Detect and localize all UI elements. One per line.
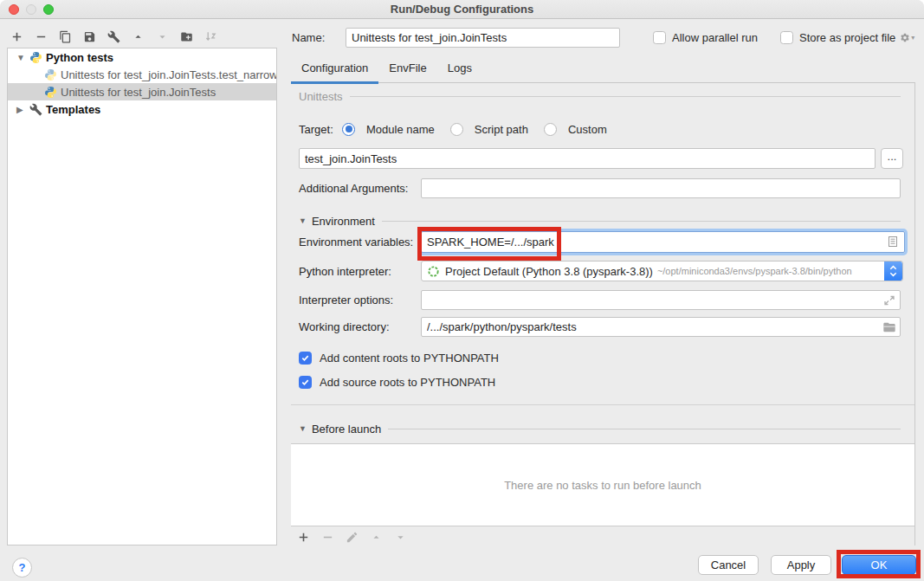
tree-item-label: Unittests for test_join.JoinTests	[61, 86, 216, 99]
sort-configurations-icon	[204, 30, 217, 43]
edit-task-icon	[346, 531, 359, 544]
unittests-group-title: Unittests	[299, 90, 343, 103]
create-new-folder-icon[interactable]	[180, 30, 193, 43]
python-tests-icon	[29, 51, 42, 64]
ok-button[interactable]: OK	[842, 555, 916, 575]
run-debug-configurations-dialog: Run/Debug Configurations ▼ Python tests	[0, 0, 924, 581]
python-interpreter-row: Python interpreter: Project Default (Pyt…	[299, 261, 903, 281]
radio-label: Module name	[366, 123, 435, 136]
tree-item-templates[interactable]: ▶ Templates	[8, 100, 276, 118]
environment-variables-input[interactable]	[421, 231, 905, 253]
allow-parallel-run-checkbox[interactable]: Allow parallel run	[653, 31, 758, 44]
tree-item-label: Templates	[46, 103, 100, 116]
checkbox-checked-icon	[299, 352, 312, 365]
add-task-icon[interactable]	[297, 531, 310, 544]
environment-section-title: Environment	[312, 215, 375, 228]
environment-variables-row: Environment variables:	[299, 230, 905, 254]
cancel-button[interactable]: Cancel	[698, 555, 759, 575]
configuration-panel: Unittests Target: Module name Script pat…	[291, 83, 915, 545]
before-launch-toolbar	[297, 529, 407, 545]
add-content-roots-row[interactable]: Add content roots to PYTHONPATH	[299, 351, 901, 365]
checkbox-unchecked-icon	[780, 31, 793, 44]
templates-wrench-icon	[29, 103, 42, 116]
radio-unselected-icon	[450, 123, 463, 136]
select-stepper-icon[interactable]	[884, 261, 902, 281]
help-button[interactable]: ?	[12, 558, 32, 578]
configurations-tree: ▼ Python tests Unittests for test_join.J…	[7, 48, 277, 545]
tab-bar: Configuration EnvFile Logs	[291, 53, 915, 83]
interpreter-options-label: Interpreter options:	[299, 294, 421, 307]
remove-configuration-icon[interactable]	[35, 30, 48, 43]
store-as-project-file-label: Store as project file	[799, 31, 895, 44]
tree-item-python-tests[interactable]: ▼ Python tests	[8, 48, 276, 66]
move-task-up-icon	[370, 531, 383, 544]
radio-module-name[interactable]: Module name	[342, 123, 435, 136]
additional-arguments-input[interactable]	[421, 178, 901, 198]
window-title: Run/Debug Configurations	[0, 3, 924, 16]
tab-envfile[interactable]: EnvFile	[378, 53, 436, 82]
chevron-right-icon[interactable]: ▶	[16, 105, 27, 114]
add-configuration-icon[interactable]	[10, 30, 23, 43]
add-source-roots-row[interactable]: Add source roots to PYTHONPATH	[299, 375, 901, 390]
copy-configuration-icon[interactable]	[59, 30, 72, 43]
working-directory-label: Working directory:	[299, 320, 421, 333]
move-down-icon	[156, 30, 169, 43]
tree-item-label: Python tests	[46, 51, 113, 64]
radio-custom[interactable]: Custom	[544, 123, 607, 136]
section-divider	[291, 404, 914, 405]
before-launch-task-list: There are no tasks to run before launch	[291, 443, 914, 526]
configurations-toolbar	[10, 29, 217, 44]
target-row: Target: Module name Script path Custom	[299, 121, 901, 137]
store-options-gear-icon[interactable]: ▾	[900, 30, 914, 45]
before-launch-section-header[interactable]: ▼ Before launch	[299, 422, 901, 436]
browse-button[interactable]: ...	[881, 148, 903, 169]
radio-label: Script path	[475, 123, 528, 136]
collapse-triangle-icon: ▼	[299, 424, 307, 433]
checkbox-checked-icon	[299, 376, 312, 389]
tab-logs[interactable]: Logs	[437, 53, 482, 82]
save-configuration-icon[interactable]	[83, 30, 96, 43]
additional-arguments-label: Additional Arguments:	[299, 182, 421, 195]
name-label: Name:	[292, 31, 346, 44]
radio-selected-icon	[342, 123, 355, 136]
before-launch-empty-text: There are no tasks to run before launch	[504, 479, 701, 492]
apply-button[interactable]: Apply	[771, 555, 831, 575]
move-up-icon[interactable]	[132, 30, 145, 43]
move-task-down-icon	[394, 531, 407, 544]
module-name-input[interactable]	[299, 148, 876, 169]
edit-variables-icon[interactable]	[886, 235, 900, 249]
tree-item-label: Unittests for test_join.JoinTests.test_n…	[61, 68, 276, 81]
chevron-down-icon: ▾	[911, 34, 914, 42]
python-test-config-icon	[44, 68, 57, 81]
target-label: Target:	[299, 123, 342, 136]
environment-section-header[interactable]: ▼ Environment	[299, 214, 901, 228]
add-source-roots-label: Add source roots to PYTHONPATH	[320, 376, 495, 389]
tree-item-config[interactable]: Unittests for test_join.JoinTests.test_n…	[8, 66, 276, 83]
tree-item-config-selected[interactable]: Unittests for test_join.JoinTests	[8, 83, 276, 100]
radio-script-path[interactable]: Script path	[450, 123, 528, 136]
radio-label: Custom	[568, 123, 607, 136]
allow-parallel-run-label: Allow parallel run	[672, 31, 758, 44]
working-directory-input[interactable]	[421, 317, 901, 337]
python-interpreter-path: ~/opt/miniconda3/envs/pyspark-3.8/bin/py…	[657, 266, 852, 276]
interpreter-options-input[interactable]	[421, 290, 901, 310]
collapse-triangle-icon: ▼	[299, 216, 307, 225]
python-interpreter-select[interactable]: Project Default (Python 3.8 (pyspark-3.8…	[421, 261, 903, 281]
store-as-project-file-checkbox[interactable]: Store as project file	[780, 31, 895, 44]
python-interpreter-value: Project Default (Python 3.8 (pyspark-3.8…	[445, 265, 653, 278]
environment-variables-label: Environment variables:	[299, 236, 421, 249]
interpreter-options-row: Interpreter options:	[299, 290, 901, 310]
conda-environment-icon	[427, 265, 440, 278]
expand-field-icon[interactable]	[882, 294, 896, 307]
before-launch-section-title: Before launch	[312, 423, 381, 436]
python-interpreter-label: Python interpreter:	[299, 265, 421, 278]
edit-templates-icon[interactable]	[107, 30, 120, 43]
tab-configuration[interactable]: Configuration	[291, 53, 378, 82]
unittests-group-header: Unittests	[299, 88, 901, 104]
chevron-down-icon[interactable]: ▼	[16, 53, 27, 62]
title-bar: Run/Debug Configurations	[0, 0, 924, 19]
working-directory-row: Working directory:	[299, 317, 901, 337]
folder-icon[interactable]	[882, 320, 896, 334]
name-input[interactable]	[346, 28, 620, 48]
module-row: ...	[299, 148, 903, 169]
